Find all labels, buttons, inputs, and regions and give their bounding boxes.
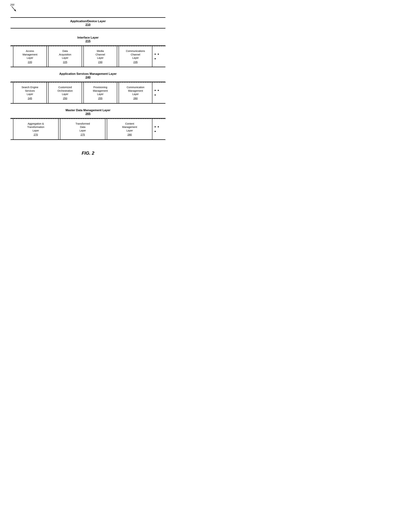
sublayer-customized-orchestration: CustomizedOrchestrationLayer 250 (48, 83, 82, 103)
sublayer-customized-orchestration-name: CustomizedOrchestrationLayer (57, 86, 73, 96)
app-device-number: 210 (85, 23, 90, 26)
fig-label: FIG. 2 (11, 151, 165, 156)
figure-reference: 200 (10, 3, 19, 14)
sublayer-transformed-data-name: TransformedDataLayer (75, 122, 90, 132)
sublayer-media-channel-number: 230 (85, 60, 115, 64)
master-data-ellipsis: • • • (153, 119, 164, 139)
app-device-title: Application/Device Layer (70, 20, 106, 23)
sublayer-communication-management-number: 260 (121, 97, 150, 100)
interface-layer-group: AccessManagementLayer 220 DataAcquisitio… (11, 45, 165, 67)
sublayer-aggregation-transformation: Aggregation &TransformationLayer 270 (13, 119, 59, 139)
sublayer-access-management-number: 220 (15, 60, 45, 64)
sublayer-communications-channel-number: 235 (121, 60, 150, 64)
sublayer-communication-management-name: CommunicationManagementLayer (127, 86, 144, 96)
sublayer-communications-channel: CommunicationsChannelLayer 235 (119, 46, 152, 67)
sublayer-provisioning-management: ProvisioningManagementLayer 255 (83, 83, 117, 103)
sublayer-search-engine-name: Search EngineServicesLayer (22, 86, 38, 96)
sublayer-search-engine: Search EngineServicesLayer 245 (13, 83, 47, 103)
sublayer-transformed-data-number: 275 (62, 133, 104, 136)
app-services-title: Application Services Management Layer (59, 72, 117, 75)
sublayer-access-management: AccessManagementLayer 220 (13, 46, 47, 67)
app-services-number: 240 (85, 76, 90, 79)
interface-header: Interface Layer 215 (11, 36, 165, 43)
sublayer-aggregation-transformation-name: Aggregation &TransformationLayer (27, 122, 44, 132)
sublayer-provisioning-management-number: 255 (85, 97, 115, 100)
app-services-layer-group: Search EngineServicesLayer 245 Customize… (11, 82, 165, 104)
sublayer-media-channel: MediaChannelLayer 230 (83, 46, 117, 67)
sublayer-aggregation-transformation-number: 270 (15, 133, 56, 136)
interface-number: 215 (85, 39, 90, 43)
app-device-section: Application/Device Layer 210 (11, 17, 165, 29)
svg-text:200: 200 (10, 3, 15, 6)
sublayer-provisioning-management-name: ProvisioningManagementLayer (93, 86, 108, 96)
sublayer-data-acquisition: DataAcquisitionLayer 225 (48, 46, 82, 67)
sublayer-communication-management: CommunicationManagementLayer 260 (119, 83, 152, 103)
sublayer-content-management-name: ContentManagementLayer (122, 122, 137, 132)
app-services-ellipsis: • • • (153, 83, 164, 103)
sublayer-content-management-number: 280 (109, 133, 150, 136)
app-device-bottom-bar (11, 28, 165, 29)
sublayer-data-acquisition-name: DataAcquisitionLayer (59, 50, 71, 59)
sublayer-search-engine-number: 245 (15, 97, 45, 100)
master-data-header: Master Data Management Layer 265 (11, 109, 165, 116)
interface-ellipsis: • • • (153, 46, 164, 67)
master-data-number: 265 (85, 112, 90, 115)
app-services-sublayer-row: Search EngineServicesLayer 245 Customize… (11, 83, 165, 103)
sublayer-customized-orchestration-number: 250 (50, 97, 80, 100)
sublayer-data-acquisition-number: 225 (50, 60, 80, 64)
sublayer-media-channel-name: MediaChannelLayer (96, 50, 105, 59)
interface-sublayer-row: AccessManagementLayer 220 DataAcquisitio… (11, 46, 165, 67)
master-data-layer-group: Aggregation &TransformationLayer 270 Tra… (11, 118, 165, 140)
sublayer-communications-channel-name: CommunicationsChannelLayer (126, 50, 145, 59)
sublayer-transformed-data: TransformedDataLayer 275 (60, 119, 105, 139)
sublayer-content-management: ContentManagementLayer 280 (107, 119, 152, 139)
interface-title: Interface Layer (77, 36, 99, 39)
app-services-header: Application Services Management Layer 24… (11, 72, 165, 79)
master-data-sublayer-row: Aggregation &TransformationLayer 270 Tra… (11, 119, 165, 139)
diagram: Application/Device Layer 210 Interface L… (11, 16, 165, 156)
sublayer-access-management-name: AccessManagementLayer (22, 50, 38, 59)
master-data-title: Master Data Management Layer (66, 109, 110, 112)
